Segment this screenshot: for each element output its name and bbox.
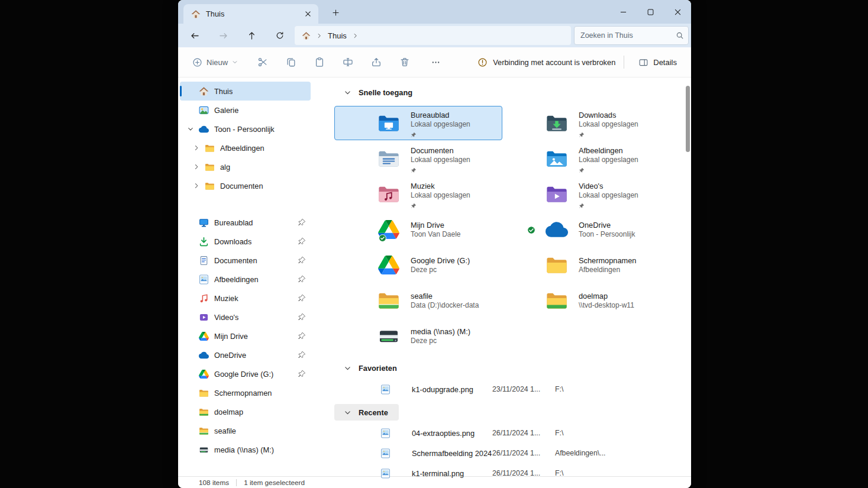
minimize-button[interactable] — [609, 0, 637, 24]
sidebar-item-media-nas-m[interactable]: media (\\nas) (M:) — [180, 440, 311, 459]
folder-target-icon — [199, 407, 209, 417]
pictures-icon — [546, 149, 568, 168]
file-schermafbeelding-2024[interactable]: Schermafbeelding 2024-... 26/11/2024 1..… — [334, 443, 686, 463]
chevron-down-icon[interactable] — [343, 363, 352, 373]
chevron-spacer — [183, 426, 198, 435]
quick-access-doelmap[interactable]: doelmap \\tvd-desktop-w11 — [502, 283, 670, 318]
cloud-icon — [546, 220, 568, 239]
gdrive-icon — [199, 369, 209, 379]
breadcrumb-item-thuis[interactable]: Thuis — [328, 31, 347, 40]
item-name: Afbeeldingen — [579, 146, 638, 156]
scrollbar[interactable] — [686, 86, 690, 152]
file-date: 26/11/2024 1... — [492, 469, 555, 477]
search-box[interactable] — [574, 26, 689, 45]
quick-access-onedrive[interactable]: OneDrive Toon - Persoonlijk — [502, 212, 670, 247]
sidebar-item-seafile[interactable]: seafile — [180, 421, 311, 440]
quick-access-schermopnamen[interactable]: Schermopnamen Afbeeldingen — [502, 248, 670, 282]
desktop-icon — [199, 218, 209, 228]
quick-access-documenten[interactable]: Documenten Lokaal opgeslagen — [334, 141, 502, 176]
quick-access-video-s[interactable]: Video's Lokaal opgeslagen — [502, 177, 670, 211]
chevron-down-icon[interactable] — [183, 124, 198, 134]
section-header-favorites[interactable]: Favorieten — [334, 359, 691, 377]
quick-access-afbeeldingen[interactable]: Afbeeldingen Lokaal opgeslagen — [502, 141, 670, 176]
file-k1-odupgrade-png[interactable]: k1-odupgrade.png 23/11/2024 1... F:\ — [334, 379, 686, 399]
quick-access-muziek[interactable]: Muziek Lokaal opgeslagen — [334, 177, 502, 211]
item-subtitle: Lokaal opgeslagen — [579, 191, 638, 200]
chevron-right-icon[interactable] — [189, 181, 204, 190]
sidebar-item-afbeeldingen[interactable]: Afbeeldingen — [180, 138, 311, 157]
chevron-right-icon[interactable] — [189, 143, 204, 153]
sidebar-item-google-drive-g[interactable]: Google Drive (G:) — [180, 364, 311, 383]
chevron-down-icon[interactable] — [343, 88, 352, 97]
maximize-button[interactable] — [637, 0, 664, 24]
quick-access-downloads[interactable]: Downloads Lokaal opgeslagen — [502, 106, 670, 140]
delete-button[interactable] — [391, 52, 419, 72]
details-button[interactable]: Details — [633, 52, 683, 72]
sidebar-item-galerie[interactable]: Galerie — [180, 101, 311, 119]
copy-button[interactable] — [277, 52, 305, 72]
pin-icon — [298, 351, 306, 359]
item-name: media (\\nas) (M:) — [411, 327, 470, 337]
section-header-recent[interactable]: Recente — [334, 404, 399, 421]
quick-access-mijn-drive[interactable]: Mijn Drive Toon Van Daele — [334, 212, 502, 247]
forward-button[interactable] — [211, 26, 235, 45]
sidebar-item-muziek[interactable]: Muziek — [180, 289, 311, 308]
sidebar-item-label: Thuis — [214, 87, 233, 96]
chevron-right-icon[interactable] — [316, 33, 322, 39]
new-tab-button[interactable] — [328, 5, 343, 20]
tab-thuis[interactable]: Thuis — [183, 4, 318, 24]
search-icon[interactable] — [676, 31, 684, 40]
sidebar-item-mijn-drive[interactable]: Mijn Drive — [180, 327, 311, 345]
warning-icon[interactable] — [477, 57, 488, 67]
item-name: Video's — [579, 182, 638, 191]
chevron-right-icon[interactable] — [189, 162, 204, 172]
quick-access-media-nas-m[interactable]: media (\\nas) (M:) Deze pc — [334, 319, 502, 353]
cut-button[interactable] — [249, 52, 277, 72]
sidebar-item-doelmap[interactable]: doelmap — [180, 402, 311, 421]
quick-access-seafile[interactable]: seafile Data (D:)\docker-data — [334, 283, 502, 318]
item-subtitle: Toon - Persoonlijk — [579, 230, 635, 239]
chevron-down-icon[interactable] — [343, 408, 352, 417]
file-k1-terminal-png[interactable]: k1-terminal.png 26/11/2024 1... F:\ — [334, 463, 686, 483]
breadcrumb[interactable]: Thuis — [295, 26, 571, 45]
sidebar-item-downloads[interactable]: Downloads — [180, 232, 311, 251]
music-icon — [377, 185, 400, 203]
sidebar-item-documenten[interactable]: Documenten — [180, 251, 311, 270]
file-04-extraopties-png[interactable]: 04-extraopties.png 26/11/2024 1... F:\ — [334, 423, 686, 443]
back-button[interactable] — [183, 26, 206, 45]
chevron-spacer — [183, 237, 198, 246]
chevron-spacer — [183, 407, 198, 416]
titlebar[interactable]: Thuis — [178, 0, 691, 24]
share-button[interactable] — [362, 52, 391, 72]
quick-access-google-drive-g[interactable]: Google Drive (G:) Deze pc — [334, 248, 502, 282]
account-warning-text[interactable]: Verbinding met account is verbroken — [493, 58, 615, 67]
more-options-button[interactable] — [421, 52, 450, 72]
sidebar-item-afbeeldingen[interactable]: Afbeeldingen — [180, 270, 311, 289]
paste-button[interactable] — [305, 52, 334, 72]
search-input[interactable] — [580, 31, 676, 40]
sidebar-item-video-s[interactable]: Video's — [180, 308, 311, 327]
sidebar-item-alg[interactable]: alg — [180, 157, 311, 176]
home-icon[interactable] — [302, 31, 311, 40]
sidebar-item-schermopnamen[interactable]: Schermopnamen — [180, 383, 311, 402]
close-button[interactable] — [664, 0, 691, 24]
downloads-icon — [546, 114, 568, 132]
rename-button[interactable] — [334, 52, 362, 72]
tab-close-icon[interactable] — [301, 7, 315, 21]
quick-access-bureaublad[interactable]: Bureaublad Lokaal opgeslagen — [334, 106, 502, 140]
file-date: 26/11/2024 1... — [492, 429, 555, 437]
chevron-right-icon[interactable] — [352, 33, 359, 39]
documents-icon — [377, 149, 400, 168]
home-icon — [191, 9, 201, 19]
sidebar-item-onedrive[interactable]: OneDrive — [180, 345, 311, 364]
sidebar-item-label: Schermopnamen — [214, 389, 272, 397]
item-subtitle: Deze pc — [411, 337, 470, 345]
sidebar-item-bureaublad[interactable]: Bureaublad — [180, 213, 311, 232]
up-button[interactable] — [240, 26, 263, 45]
sidebar-item-documenten[interactable]: Documenten — [180, 176, 311, 195]
refresh-button[interactable] — [268, 26, 292, 45]
section-header-quick-access[interactable]: Snelle toegang — [334, 83, 691, 101]
sidebar-item-toon-persoonlijk[interactable]: Toon - Persoonlijk — [180, 119, 311, 138]
new-button[interactable]: Nieuw — [186, 52, 244, 72]
sidebar-item-thuis[interactable]: Thuis — [180, 82, 311, 101]
